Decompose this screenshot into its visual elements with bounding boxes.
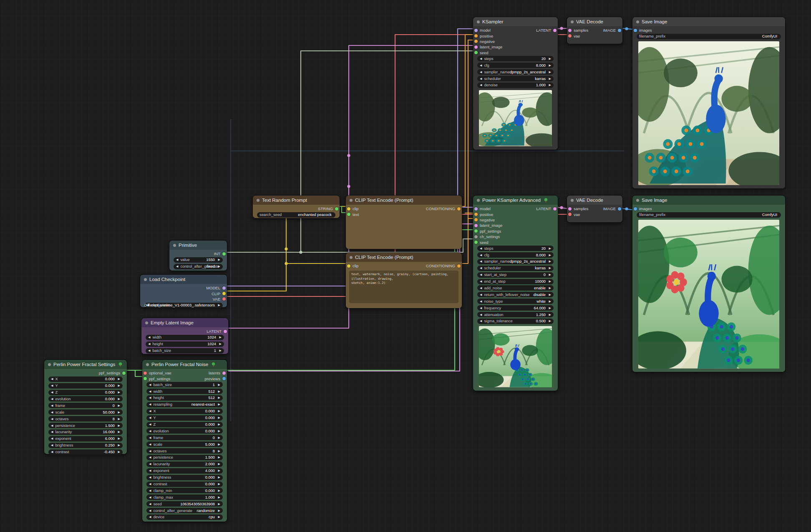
collapse-dot-icon[interactable]: [173, 244, 176, 247]
node-header[interactable]: Primitive: [169, 241, 227, 250]
node-perlin-settings[interactable]: Perlin Power Fractal Settings ppf_settin…: [44, 359, 127, 454]
input-port-vae[interactable]: vae: [568, 212, 580, 217]
decrement-arrow-icon[interactable]: ◀: [148, 342, 150, 346]
increment-arrow-icon[interactable]: ▶: [549, 57, 551, 60]
decrement-arrow-icon[interactable]: ◀: [149, 383, 151, 386]
increment-arrow-icon[interactable]: ▶: [549, 77, 551, 80]
node-header[interactable]: CLIP Text Encode (Prompt): [346, 253, 462, 262]
widget-sigma_tolerance[interactable]: ◀ sigma_tolerance 0.500 ▶: [477, 319, 554, 324]
input-port-text[interactable]: text: [347, 212, 359, 217]
decrement-arrow-icon[interactable]: ◀: [51, 444, 53, 447]
increment-arrow-icon[interactable]: ▶: [549, 293, 551, 296]
node-clip-encode-positive[interactable]: CLIP Text Encode (Prompt) clipCONDITIONI…: [345, 195, 462, 249]
widget-frequency[interactable]: ◀ frequency 64.000 ▶: [477, 305, 554, 311]
decrement-arrow-icon[interactable]: ◀: [149, 456, 151, 459]
widget-value[interactable]: ◀ value 1550 ▶: [174, 257, 223, 263]
increment-arrow-icon[interactable]: ▶: [218, 423, 220, 426]
widget-steps[interactable]: ◀ steps 20 ▶: [477, 56, 554, 61]
output-port-LATENT[interactable]: LATENT: [207, 329, 227, 334]
empty-prompt-area[interactable]: [346, 217, 462, 246]
increment-arrow-icon[interactable]: ▶: [118, 404, 120, 407]
increment-arrow-icon[interactable]: ▶: [218, 443, 220, 446]
increment-arrow-icon[interactable]: ▶: [218, 396, 220, 399]
decrement-arrow-icon[interactable]: ◀: [149, 489, 151, 492]
input-port-clip[interactable]: clip: [347, 206, 358, 211]
node-header[interactable]: Perlin Power Fractal Settings: [44, 360, 127, 369]
node-vae-decode-1[interactable]: VAE Decode samplesIMAGEvae: [567, 17, 623, 44]
increment-arrow-icon[interactable]: ▶: [549, 253, 551, 257]
widget-width[interactable]: ◀ width 1024 ▶: [146, 335, 224, 340]
output-port-CLIP[interactable]: CLIP: [212, 291, 226, 296]
decrement-arrow-icon[interactable]: ◀: [148, 349, 150, 352]
increment-arrow-icon[interactable]: ▶: [118, 384, 120, 387]
increment-arrow-icon[interactable]: ▶: [549, 260, 551, 263]
decrement-arrow-icon[interactable]: ◀: [51, 417, 53, 421]
collapse-dot-icon[interactable]: [146, 363, 149, 366]
collapse-dot-icon[interactable]: [350, 256, 353, 259]
increment-arrow-icon[interactable]: ▶: [218, 383, 220, 386]
decrement-arrow-icon[interactable]: ◀: [480, 273, 482, 276]
increment-arrow-icon[interactable]: ▶: [218, 390, 220, 393]
widget-brightness[interactable]: ◀ brightness 0.250 ▶: [48, 443, 123, 448]
increment-arrow-icon[interactable]: ▶: [549, 266, 551, 270]
increment-arrow-icon[interactable]: ▶: [549, 273, 551, 276]
collapse-dot-icon[interactable]: [257, 199, 259, 202]
input-port-latent_image[interactable]: latent_image: [474, 45, 502, 49]
node-empty-latent-image[interactable]: Empty Latent Image LATENT ◀ width 1024 ▶…: [141, 318, 229, 354]
decrement-arrow-icon[interactable]: ◀: [480, 306, 482, 310]
node-header[interactable]: Text Random Prompt: [253, 196, 340, 205]
input-port-positive[interactable]: positive: [474, 212, 493, 217]
node-header[interactable]: Empty Latent Image: [141, 318, 228, 327]
increment-arrow-icon[interactable]: ▶: [218, 456, 220, 459]
widget-filename_prefix[interactable]: filename_prefix ComfyUI: [637, 34, 781, 39]
widget-width[interactable]: ◀ width 512 ▶: [146, 389, 223, 394]
collapse-dot-icon[interactable]: [350, 199, 353, 202]
widget-X[interactable]: ◀ X 0.000 ▶: [146, 409, 223, 414]
widget-lacunarity[interactable]: ◀ lacunarity 16.000 ▶: [48, 429, 123, 435]
collapse-dot-icon[interactable]: [477, 20, 480, 23]
decrement-arrow-icon[interactable]: ◀: [149, 390, 151, 393]
increment-arrow-icon[interactable]: ▶: [549, 319, 551, 323]
output-port-IMAGE[interactable]: IMAGE: [603, 28, 621, 33]
output-port-IMAGE[interactable]: IMAGE: [603, 206, 621, 211]
decrement-arrow-icon[interactable]: ◀: [51, 430, 53, 434]
node-header[interactable]: VAE Decode: [567, 17, 622, 26]
increment-arrow-icon[interactable]: ▶: [549, 300, 551, 303]
decrement-arrow-icon[interactable]: ◀: [480, 293, 482, 296]
widget-control_after_generate[interactable]: ◀ control_after_generate fixed ▶: [174, 264, 223, 269]
collapse-dot-icon[interactable]: [636, 20, 639, 23]
decrement-arrow-icon[interactable]: ◀: [51, 450, 53, 454]
decrement-arrow-icon[interactable]: ◀: [480, 266, 482, 270]
increment-arrow-icon[interactable]: ▶: [549, 247, 551, 250]
decrement-arrow-icon[interactable]: ◀: [149, 502, 151, 506]
node-header[interactable]: Save Image: [632, 196, 785, 205]
input-port-model[interactable]: model: [474, 206, 491, 211]
decrement-arrow-icon[interactable]: ◀: [480, 70, 482, 74]
node-header[interactable]: Perlin Power Fractal Noise: [142, 360, 227, 369]
decrement-arrow-icon[interactable]: ◀: [480, 57, 482, 60]
increment-arrow-icon[interactable]: ▶: [549, 280, 551, 283]
decrement-arrow-icon[interactable]: ◀: [480, 260, 482, 263]
output-port-CONDITIONING[interactable]: CONDITIONING: [426, 206, 461, 211]
widget-scale[interactable]: ◀ scale 50.000 ▶: [48, 409, 123, 415]
input-port-images[interactable]: images: [634, 28, 652, 33]
output-port-STRING[interactable]: STRING: [318, 206, 338, 211]
widget-frame[interactable]: ◀ frame 0 ▶: [146, 435, 223, 440]
decrement-arrow-icon[interactable]: ◀: [149, 396, 151, 399]
node-header[interactable]: KSampler: [473, 17, 558, 26]
widget-cfg[interactable]: ◀ cfg 8.000 ▶: [477, 252, 554, 258]
widget-evolution[interactable]: ◀ evolution 0.000 ▶: [48, 396, 123, 402]
widget-brightness[interactable]: ◀ brightness 0.000 ▶: [146, 475, 223, 480]
decrement-arrow-icon[interactable]: ◀: [149, 469, 151, 472]
widget-clamp_min[interactable]: ◀ clamp_min 0.000 ▶: [146, 488, 223, 493]
increment-arrow-icon[interactable]: ▶: [218, 416, 220, 419]
output-port-CONDITIONING[interactable]: CONDITIONING: [426, 263, 461, 268]
node-power-ksampler[interactable]: Power KSampler Advanced modelLATENTposit…: [473, 195, 558, 391]
decrement-arrow-icon[interactable]: ◀: [51, 397, 53, 401]
input-port-ppf_settings[interactable]: ppf_settings: [474, 229, 501, 233]
widget-persistence[interactable]: ◀ persistence 1.500 ▶: [48, 423, 123, 428]
decrement-arrow-icon[interactable]: ◀: [51, 404, 53, 407]
input-port-ppf_settings[interactable]: ppf_settings: [144, 376, 170, 381]
decrement-arrow-icon[interactable]: ◀: [480, 313, 482, 316]
widget-noise_type[interactable]: ◀ noise_type white ▶: [477, 299, 554, 304]
